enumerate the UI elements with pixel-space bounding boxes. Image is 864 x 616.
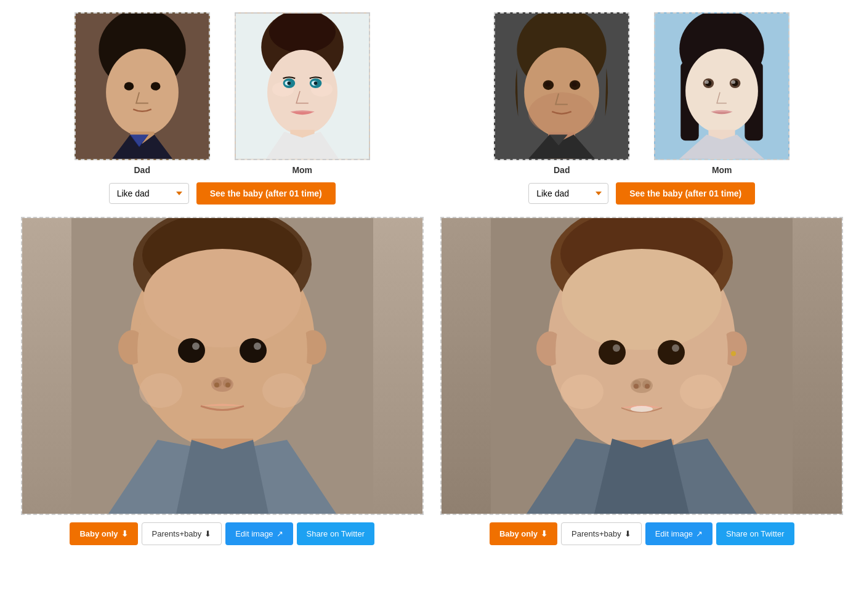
svg-point-70 [613, 344, 620, 352]
edit-icon-2: ↗ [696, 529, 703, 538]
see-baby-button-1[interactable]: See the baby (after 01 time) [196, 182, 336, 205]
svg-point-52 [685, 49, 758, 133]
dad1-label: Dad [134, 165, 150, 175]
controls-row-2: Like dad Like mom Mix See the baby (afte… [440, 182, 843, 205]
svg-point-2 [106, 49, 179, 136]
edit-icon-1: ↗ [277, 529, 283, 538]
baby-result-box-2 [440, 217, 843, 515]
download-icon-1: ⬇ [121, 529, 128, 538]
parent-item-mom1: Mom [235, 12, 370, 175]
action-buttons-row-2: Baby only ⬇ Parents+baby ⬇ Edit image ↗ … [440, 522, 843, 545]
baby-only-button-2[interactable]: Baby only ⬇ [490, 522, 557, 545]
svg-point-79 [560, 375, 604, 409]
svg-point-57 [705, 80, 709, 84]
svg-point-26 [143, 249, 301, 347]
svg-point-77 [645, 384, 650, 389]
mom2-label: Mom [712, 165, 732, 175]
mom1-photo [235, 12, 370, 160]
like-select-1[interactable]: Like dad Like mom Mix [109, 183, 189, 204]
svg-point-58 [731, 80, 735, 84]
share-twitter-button-1[interactable]: Share on Twitter [297, 522, 374, 545]
pair-section-1: Dad [21, 12, 424, 545]
svg-point-45 [546, 83, 551, 87]
svg-point-34 [214, 383, 219, 387]
svg-point-3 [124, 82, 134, 91]
svg-point-76 [634, 384, 639, 389]
svg-point-27 [178, 338, 205, 363]
pairs-row: Dad [12, 12, 852, 545]
svg-point-29 [192, 342, 200, 350]
download-icon-2: ⬇ [204, 529, 211, 538]
svg-point-37 [262, 373, 305, 408]
dad2-label: Dad [554, 165, 570, 175]
edit-image-button-1[interactable]: Edit image ↗ [225, 522, 293, 545]
parents-baby-button-1[interactable]: Parents+baby ⬇ [142, 522, 222, 545]
svg-point-78 [631, 406, 653, 412]
like-select-2[interactable]: Like dad Like mom Mix [528, 183, 608, 204]
main-container: Dad [0, 0, 864, 570]
parent-item-dad1: Dad [75, 12, 210, 175]
baby-face-2 [442, 218, 842, 514]
baby-result-box-1 [21, 217, 424, 515]
svg-point-35 [225, 383, 230, 387]
parents-row-1: Dad [21, 12, 424, 175]
svg-point-69 [658, 340, 685, 365]
share-twitter-button-2[interactable]: Share on Twitter [716, 522, 794, 545]
download-icon-4: ⬇ [624, 529, 631, 538]
svg-point-8 [269, 12, 336, 53]
parents-baby-button-2[interactable]: Parents+baby ⬇ [561, 522, 642, 545]
svg-point-30 [254, 342, 261, 350]
svg-point-4 [150, 82, 160, 91]
dad2-photo [494, 12, 629, 160]
svg-point-36 [139, 373, 182, 408]
svg-point-71 [672, 344, 679, 352]
see-baby-button-2[interactable]: See the baby (after 01 time) [616, 182, 755, 205]
svg-point-16 [287, 81, 291, 85]
download-icon-3: ⬇ [541, 529, 547, 538]
parent-item-mom2: Mom [654, 12, 789, 175]
parents-row-2: Dad [440, 12, 843, 175]
parent-item-dad2: Dad [494, 12, 629, 175]
svg-point-17 [313, 81, 317, 85]
baby-face-1 [22, 218, 422, 514]
mom1-label: Mom [292, 165, 312, 175]
svg-point-80 [680, 375, 723, 409]
svg-point-46 [572, 83, 577, 87]
dad1-photo [75, 12, 210, 160]
action-buttons-row-1: Baby only ⬇ Parents+baby ⬇ Edit image ↗ … [21, 522, 424, 545]
svg-point-67 [562, 249, 722, 350]
pair-section-2: Dad [440, 12, 843, 545]
svg-point-68 [599, 340, 626, 365]
svg-point-72 [731, 351, 736, 356]
edit-image-button-2[interactable]: Edit image ↗ [645, 522, 713, 545]
controls-row-1: Like dad Like mom Mix See the baby (afte… [21, 182, 424, 205]
mom2-photo [654, 12, 789, 160]
svg-point-28 [240, 338, 267, 363]
baby-only-button-1[interactable]: Baby only ⬇ [70, 522, 137, 545]
